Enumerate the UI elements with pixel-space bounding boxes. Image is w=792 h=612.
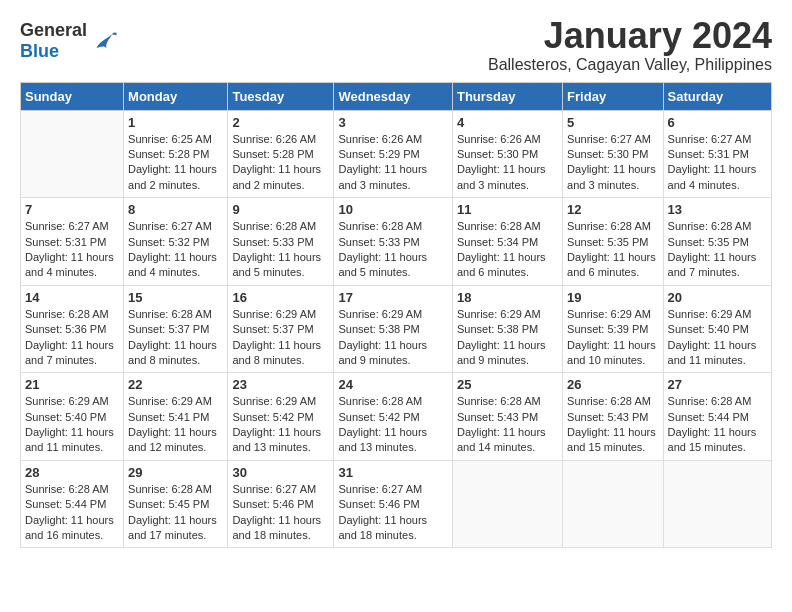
day-info: Sunrise: 6:27 AMSunset: 5:32 PMDaylight:… bbox=[128, 219, 223, 281]
day-info: Sunrise: 6:29 AMSunset: 5:37 PMDaylight:… bbox=[232, 307, 329, 369]
calendar-week-row: 1Sunrise: 6:25 AMSunset: 5:28 PMDaylight… bbox=[21, 110, 772, 198]
day-number: 19 bbox=[567, 290, 658, 305]
table-row: 12Sunrise: 6:28 AMSunset: 5:35 PMDayligh… bbox=[563, 198, 663, 286]
calendar-week-row: 21Sunrise: 6:29 AMSunset: 5:40 PMDayligh… bbox=[21, 373, 772, 461]
logo-bird-icon bbox=[91, 27, 119, 55]
header-monday: Monday bbox=[124, 82, 228, 110]
table-row bbox=[663, 460, 771, 548]
table-row: 23Sunrise: 6:29 AMSunset: 5:42 PMDayligh… bbox=[228, 373, 334, 461]
table-row: 31Sunrise: 6:27 AMSunset: 5:46 PMDayligh… bbox=[334, 460, 453, 548]
table-row: 2Sunrise: 6:26 AMSunset: 5:28 PMDaylight… bbox=[228, 110, 334, 198]
day-info: Sunrise: 6:28 AMSunset: 5:33 PMDaylight:… bbox=[232, 219, 329, 281]
title-block: January 2024 Ballesteros, Cagayan Valley… bbox=[488, 16, 772, 74]
day-number: 2 bbox=[232, 115, 329, 130]
day-number: 6 bbox=[668, 115, 767, 130]
header-wednesday: Wednesday bbox=[334, 82, 453, 110]
table-row: 17Sunrise: 6:29 AMSunset: 5:38 PMDayligh… bbox=[334, 285, 453, 373]
day-number: 14 bbox=[25, 290, 119, 305]
day-info: Sunrise: 6:29 AMSunset: 5:39 PMDaylight:… bbox=[567, 307, 658, 369]
table-row: 25Sunrise: 6:28 AMSunset: 5:43 PMDayligh… bbox=[452, 373, 562, 461]
day-number: 16 bbox=[232, 290, 329, 305]
day-info: Sunrise: 6:28 AMSunset: 5:34 PMDaylight:… bbox=[457, 219, 558, 281]
day-info: Sunrise: 6:27 AMSunset: 5:31 PMDaylight:… bbox=[25, 219, 119, 281]
day-number: 11 bbox=[457, 202, 558, 217]
day-info: Sunrise: 6:25 AMSunset: 5:28 PMDaylight:… bbox=[128, 132, 223, 194]
page-header: General Blue January 2024 Ballesteros, C… bbox=[20, 16, 772, 74]
day-info: Sunrise: 6:28 AMSunset: 5:43 PMDaylight:… bbox=[567, 394, 658, 456]
day-number: 3 bbox=[338, 115, 448, 130]
day-number: 7 bbox=[25, 202, 119, 217]
table-row: 1Sunrise: 6:25 AMSunset: 5:28 PMDaylight… bbox=[124, 110, 228, 198]
table-row: 8Sunrise: 6:27 AMSunset: 5:32 PMDaylight… bbox=[124, 198, 228, 286]
header-saturday: Saturday bbox=[663, 82, 771, 110]
day-info: Sunrise: 6:28 AMSunset: 5:43 PMDaylight:… bbox=[457, 394, 558, 456]
logo-blue: Blue bbox=[20, 41, 87, 62]
logo-text: General Blue bbox=[20, 20, 87, 62]
day-number: 31 bbox=[338, 465, 448, 480]
day-number: 12 bbox=[567, 202, 658, 217]
day-info: Sunrise: 6:27 AMSunset: 5:46 PMDaylight:… bbox=[338, 482, 448, 544]
page-subtitle: Ballesteros, Cagayan Valley, Philippines bbox=[488, 56, 772, 74]
day-number: 24 bbox=[338, 377, 448, 392]
day-info: Sunrise: 6:29 AMSunset: 5:38 PMDaylight:… bbox=[457, 307, 558, 369]
day-number: 23 bbox=[232, 377, 329, 392]
day-number: 8 bbox=[128, 202, 223, 217]
day-info: Sunrise: 6:28 AMSunset: 5:35 PMDaylight:… bbox=[668, 219, 767, 281]
day-info: Sunrise: 6:28 AMSunset: 5:44 PMDaylight:… bbox=[25, 482, 119, 544]
day-info: Sunrise: 6:29 AMSunset: 5:38 PMDaylight:… bbox=[338, 307, 448, 369]
day-number: 9 bbox=[232, 202, 329, 217]
day-info: Sunrise: 6:27 AMSunset: 5:46 PMDaylight:… bbox=[232, 482, 329, 544]
day-number: 20 bbox=[668, 290, 767, 305]
table-row: 15Sunrise: 6:28 AMSunset: 5:37 PMDayligh… bbox=[124, 285, 228, 373]
table-row bbox=[452, 460, 562, 548]
day-info: Sunrise: 6:29 AMSunset: 5:41 PMDaylight:… bbox=[128, 394, 223, 456]
header-friday: Friday bbox=[563, 82, 663, 110]
table-row: 28Sunrise: 6:28 AMSunset: 5:44 PMDayligh… bbox=[21, 460, 124, 548]
day-info: Sunrise: 6:28 AMSunset: 5:35 PMDaylight:… bbox=[567, 219, 658, 281]
day-number: 21 bbox=[25, 377, 119, 392]
table-row: 19Sunrise: 6:29 AMSunset: 5:39 PMDayligh… bbox=[563, 285, 663, 373]
table-row: 27Sunrise: 6:28 AMSunset: 5:44 PMDayligh… bbox=[663, 373, 771, 461]
table-row bbox=[21, 110, 124, 198]
day-info: Sunrise: 6:26 AMSunset: 5:28 PMDaylight:… bbox=[232, 132, 329, 194]
day-number: 1 bbox=[128, 115, 223, 130]
day-info: Sunrise: 6:29 AMSunset: 5:40 PMDaylight:… bbox=[25, 394, 119, 456]
day-info: Sunrise: 6:28 AMSunset: 5:36 PMDaylight:… bbox=[25, 307, 119, 369]
day-info: Sunrise: 6:27 AMSunset: 5:31 PMDaylight:… bbox=[668, 132, 767, 194]
table-row: 10Sunrise: 6:28 AMSunset: 5:33 PMDayligh… bbox=[334, 198, 453, 286]
day-number: 5 bbox=[567, 115, 658, 130]
day-number: 4 bbox=[457, 115, 558, 130]
header-thursday: Thursday bbox=[452, 82, 562, 110]
table-row: 14Sunrise: 6:28 AMSunset: 5:36 PMDayligh… bbox=[21, 285, 124, 373]
day-number: 18 bbox=[457, 290, 558, 305]
day-number: 13 bbox=[668, 202, 767, 217]
table-row: 21Sunrise: 6:29 AMSunset: 5:40 PMDayligh… bbox=[21, 373, 124, 461]
table-row: 20Sunrise: 6:29 AMSunset: 5:40 PMDayligh… bbox=[663, 285, 771, 373]
day-info: Sunrise: 6:26 AMSunset: 5:29 PMDaylight:… bbox=[338, 132, 448, 194]
day-info: Sunrise: 6:27 AMSunset: 5:30 PMDaylight:… bbox=[567, 132, 658, 194]
day-info: Sunrise: 6:26 AMSunset: 5:30 PMDaylight:… bbox=[457, 132, 558, 194]
table-row bbox=[563, 460, 663, 548]
day-number: 27 bbox=[668, 377, 767, 392]
calendar-week-row: 28Sunrise: 6:28 AMSunset: 5:44 PMDayligh… bbox=[21, 460, 772, 548]
day-info: Sunrise: 6:29 AMSunset: 5:42 PMDaylight:… bbox=[232, 394, 329, 456]
table-row: 7Sunrise: 6:27 AMSunset: 5:31 PMDaylight… bbox=[21, 198, 124, 286]
day-number: 15 bbox=[128, 290, 223, 305]
page-title: January 2024 bbox=[488, 16, 772, 56]
table-row: 26Sunrise: 6:28 AMSunset: 5:43 PMDayligh… bbox=[563, 373, 663, 461]
day-number: 29 bbox=[128, 465, 223, 480]
header-sunday: Sunday bbox=[21, 82, 124, 110]
day-number: 30 bbox=[232, 465, 329, 480]
calendar-table: Sunday Monday Tuesday Wednesday Thursday… bbox=[20, 82, 772, 549]
day-number: 26 bbox=[567, 377, 658, 392]
day-number: 25 bbox=[457, 377, 558, 392]
day-number: 22 bbox=[128, 377, 223, 392]
day-number: 10 bbox=[338, 202, 448, 217]
day-number: 28 bbox=[25, 465, 119, 480]
day-info: Sunrise: 6:28 AMSunset: 5:45 PMDaylight:… bbox=[128, 482, 223, 544]
table-row: 4Sunrise: 6:26 AMSunset: 5:30 PMDaylight… bbox=[452, 110, 562, 198]
calendar-header-row: Sunday Monday Tuesday Wednesday Thursday… bbox=[21, 82, 772, 110]
day-info: Sunrise: 6:29 AMSunset: 5:40 PMDaylight:… bbox=[668, 307, 767, 369]
table-row: 5Sunrise: 6:27 AMSunset: 5:30 PMDaylight… bbox=[563, 110, 663, 198]
table-row: 6Sunrise: 6:27 AMSunset: 5:31 PMDaylight… bbox=[663, 110, 771, 198]
